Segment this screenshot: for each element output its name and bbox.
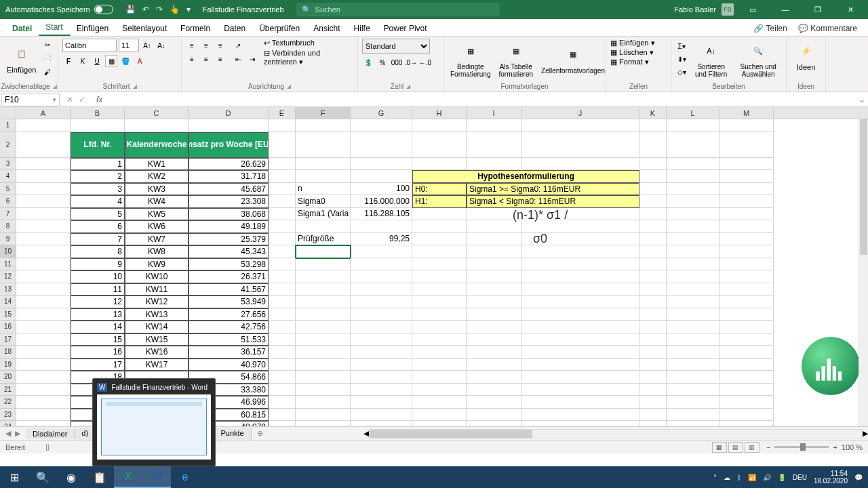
cell[interactable] [467,270,521,283]
row-header[interactable]: 3 [0,158,16,171]
fx-icon[interactable]: fx [92,95,106,104]
cell[interactable]: 14 [71,321,125,333]
cell[interactable] [296,421,351,426]
cell[interactable]: Sigma1 >= Sigma0: 116mEUR [467,183,639,196]
cell[interactable] [16,308,71,321]
cell[interactable] [269,321,296,333]
cell[interactable]: 8 [71,245,125,258]
cell[interactable] [719,170,774,183]
cell[interactable]: 12 [71,296,125,308]
find-select-button[interactable]: 🔍Suchen und Auswählen [734,39,782,79]
cell[interactable] [639,258,667,271]
cell[interactable]: 51.533 [189,333,269,346]
font-color-icon[interactable]: A [134,55,146,67]
cell[interactable] [296,170,351,183]
cell[interactable] [467,409,521,422]
font-size-input[interactable] [119,39,139,52]
macro-record-icon[interactable]: ▯ [45,443,50,451]
cell[interactable] [719,220,774,233]
select-all-corner[interactable] [0,107,16,119]
cell[interactable] [521,333,639,346]
tab-seitenlayout[interactable]: Seitenlayout [115,21,174,36]
view-normal-icon[interactable]: ▦ [712,442,727,453]
cell[interactable] [667,321,719,333]
currency-icon[interactable]: 💲 [362,56,374,68]
cell[interactable] [269,308,296,321]
cell[interactable] [296,245,351,258]
cell[interactable] [269,245,296,258]
cell[interactable] [667,359,719,371]
tab-start[interactable]: Start [39,20,69,36]
cell[interactable] [467,308,521,321]
align-center-icon[interactable]: ≡ [200,54,212,66]
cell[interactable]: KW2 [125,170,189,183]
close-icon[interactable]: ✕ [837,0,864,19]
align-top-icon[interactable]: ≡ [186,40,198,52]
cell[interactable] [667,346,719,359]
cell[interactable]: 99,25 [351,233,412,246]
row-header[interactable]: 9 [0,233,16,246]
cell[interactable] [351,245,412,258]
cell[interactable] [667,195,719,208]
thousands-icon[interactable]: 000 [391,56,403,68]
kommentare-button[interactable]: 💬 Kommentare [793,21,863,36]
cell[interactable] [412,283,467,296]
cell[interactable] [351,396,412,409]
cell[interactable] [412,384,467,396]
cell[interactable] [16,283,71,296]
cell[interactable] [296,132,351,158]
cell[interactable] [467,384,521,396]
underline-icon[interactable]: U [91,55,103,67]
cell[interactable] [269,283,296,296]
cell[interactable]: 11 [71,283,125,296]
cancel-formula-icon[interactable]: ✕ [66,95,73,104]
cell[interactable] [521,321,639,333]
cell[interactable] [16,245,71,258]
cell[interactable]: KW1 [125,158,189,171]
cell[interactable]: 15 [71,333,125,346]
cell[interactable]: 49.189 [189,220,269,233]
cell[interactable] [296,333,351,346]
cell[interactable] [351,321,412,333]
cell[interactable] [639,158,667,171]
cell[interactable] [719,195,774,208]
cell[interactable] [269,119,296,132]
conditional-format-button[interactable]: ▦Bedingte Formatierung [448,39,493,79]
col-header-K[interactable]: K [639,107,667,119]
cell[interactable] [667,409,719,422]
cell[interactable] [296,258,351,271]
cell[interactable]: 3 [71,183,125,196]
fill-icon[interactable]: ⬇▾ [675,53,688,65]
cut-icon[interactable]: ✂ [41,39,54,51]
cell[interactable] [667,258,719,271]
cell[interactable] [16,233,71,246]
cell[interactable]: Umsatz pro Woche [EUR] [189,132,269,158]
cell[interactable] [269,195,296,208]
cell[interactable] [269,296,296,308]
cell[interactable] [351,409,412,422]
format-painter-icon[interactable]: 🖌 [41,66,54,78]
tray-up-icon[interactable]: ˄ [713,474,717,481]
cell[interactable] [269,346,296,359]
align-middle-icon[interactable]: ≡ [200,40,212,52]
user-avatar[interactable]: FB [722,3,734,16]
cell[interactable] [269,233,296,246]
customize-icon[interactable]: ▾ [186,5,191,14]
cell[interactable] [296,321,351,333]
cell[interactable] [467,283,521,296]
row-header[interactable]: 22 [0,396,16,409]
cell[interactable] [269,359,296,371]
cell[interactable]: 53.949 [189,296,269,308]
cell[interactable]: 1 [71,158,125,171]
touch-mode-icon[interactable]: 👆 [170,5,180,14]
notifications-icon[interactable]: 💬 [854,474,863,481]
cell[interactable]: 9 [71,258,125,271]
zoom-in-icon[interactable]: + [833,443,837,451]
cell[interactable] [351,119,412,132]
cell[interactable]: 27.656 [189,308,269,321]
cell[interactable] [351,220,412,233]
cell[interactable]: 2 [71,170,125,183]
cell[interactable] [639,308,667,321]
row-header[interactable]: 23 [0,409,16,422]
cell[interactable] [667,220,719,233]
